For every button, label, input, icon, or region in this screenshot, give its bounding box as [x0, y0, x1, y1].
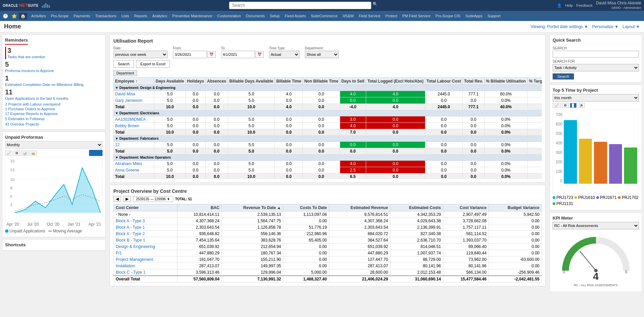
emp-link[interactable]: Anna Greene	[115, 168, 139, 173]
nav-setup[interactable]: Setup	[267, 13, 282, 19]
emp-link[interactable]: David Misa	[115, 92, 135, 96]
quick-search-button[interactable]: Search	[553, 73, 574, 80]
pager-next-button[interactable]: ▶	[123, 196, 131, 202]
legend-prj1723: PRJ1723	[553, 195, 573, 200]
emp-link[interactable]: Abraham Miles	[115, 161, 142, 166]
reminder-link-4[interactable]: Open Applications in the last 6 months	[5, 96, 68, 100]
nav-pm-field[interactable]: PM Field Service	[400, 13, 433, 19]
to-calendar-icon[interactable]: 📅	[256, 51, 264, 58]
feedback-link[interactable]: Feedback	[576, 3, 593, 7]
nav-proscope[interactable]: Pro-Scope	[48, 13, 71, 19]
department-select[interactable]: Show all	[305, 51, 339, 58]
chart-btn-line[interactable]: 📈	[5, 151, 13, 156]
table-row: Design & Engineering 651,039.92 212,654.…	[114, 244, 542, 250]
project-link[interactable]: Design & Engineering	[116, 244, 155, 249]
time-type-select[interactable]: Actual Allocated	[269, 51, 299, 58]
nav-support[interactable]: Support	[485, 13, 503, 19]
project-link[interactable]: Block A - Type 2	[116, 231, 145, 236]
emp-link[interactable]: Bobby Brown	[115, 123, 139, 128]
utilisation-portlet: Utilisation Report Date: previous one we…	[110, 35, 546, 183]
gauge-container: 0 8 4 RC - ALL RISK ASSESSMENTS	[553, 231, 639, 289]
period-select[interactable]: Monthly Weekly Quarterly	[5, 141, 103, 149]
reminder-link-6[interactable]: 1 Purchase Orders to Approve	[5, 107, 55, 111]
help-link[interactable]: Help	[565, 3, 573, 7]
export-excel-button[interactable]: Export to Excel	[136, 60, 170, 68]
quick-search-title: Quick Search	[553, 38, 639, 44]
chart-btn-bar[interactable]: 📊	[21, 151, 28, 156]
search-for-select[interactable]: Task / Activity	[553, 64, 639, 71]
emp-link[interactable]: AA1002MIDMEA	[115, 117, 146, 122]
nav-fixed-assets[interactable]: Fixed Assets	[282, 13, 308, 19]
nav-protect[interactable]: Protect	[383, 13, 400, 19]
chart-btn-pie[interactable]: 🥧	[29, 151, 37, 156]
bar-prj1702-fill	[594, 142, 607, 184]
department-toggle-button[interactable]: Department	[113, 70, 137, 76]
nav-preventive[interactable]: Preventive Maintenance	[170, 13, 215, 19]
project-link[interactable]: Block B - Type 1	[116, 238, 145, 243]
nav-activities[interactable]: Activities	[29, 13, 48, 19]
project-link[interactable]: Project Management	[116, 257, 153, 262]
project-link[interactable]: Block A - Type 3	[116, 219, 145, 223]
project-link[interactable]: Installation	[116, 264, 135, 268]
from-filter: From: 📅	[173, 46, 216, 58]
nav-lists[interactable]: Lists	[119, 13, 132, 19]
project-link[interactable]: Block C - Type 1	[116, 270, 146, 275]
nav-hsw[interactable]: HS&W	[340, 13, 356, 19]
reminder-link-2[interactable]: Proforma Invoices to Approve	[5, 69, 54, 73]
home-icon[interactable]: 🏠	[19, 13, 27, 19]
logo-area: ORACLE NETSUITE	[3, 3, 50, 8]
nav-reports[interactable]: Reports	[132, 13, 150, 19]
from-input[interactable]	[173, 51, 207, 58]
chart-bar-btn[interactable]: ▊	[570, 103, 577, 108]
nav-icons: 🕐 ⭐ 🏠	[1, 13, 27, 19]
reminder-item-5: 2 Projects with Labour overspend	[5, 102, 103, 106]
nav-payments[interactable]: Payments	[71, 13, 92, 19]
star-icon[interactable]: ⭐	[10, 13, 18, 19]
search-input[interactable]	[229, 2, 371, 9]
reminder-link-8[interactable]: 5 Estimates to Followup	[5, 117, 45, 121]
nav-documents[interactable]: Documents	[244, 13, 267, 19]
util-search-button[interactable]: Search	[113, 60, 134, 68]
search-icon[interactable]: 🔍	[373, 2, 378, 9]
reminder-link-3[interactable]: Estimated Completion Date on Milestone B…	[5, 83, 84, 87]
emp-link[interactable]: 12	[115, 142, 119, 147]
kpi-title: KPI Meter	[553, 216, 639, 221]
chart-pie-btn[interactable]: ◔	[578, 103, 585, 108]
nav-analytics[interactable]: Analytics	[150, 13, 170, 19]
reminder-link-9[interactable]: 43 Overdue Projects	[5, 122, 39, 126]
to-input[interactable]	[221, 51, 255, 58]
chart-filter-btn[interactable]: ⚙	[562, 103, 569, 108]
reminder-item-1: 3 Tasks that are overdue	[5, 47, 103, 59]
quick-search-input[interactable]	[553, 51, 639, 58]
chart-line-btn[interactable]: 📈	[553, 103, 561, 108]
pager-prev-button[interactable]: ◀	[113, 196, 121, 202]
nav-transactions[interactable]: Transactions	[93, 13, 119, 19]
reminder-link-1[interactable]: Tasks that are overdue	[7, 55, 45, 59]
date-select[interactable]: previous one week	[113, 51, 168, 58]
notifications-icon[interactable]: 👤	[557, 3, 562, 8]
nav-field-service[interactable]: Field Service	[356, 13, 383, 19]
quick-search-portlet: Quick Search SEARCH SEARCH FOR Task / Ac…	[550, 35, 642, 83]
total-row-machine: Total 10.0 0.0 0.0 10.0 0.0 0.0 6.5 0.0 …	[114, 174, 542, 179]
emp-link[interactable]: Gary Jamieson	[115, 98, 142, 103]
nav-suitecommerce[interactable]: SuiteCommerce	[309, 13, 340, 19]
project-link[interactable]: Block A - Type 1	[116, 225, 145, 230]
table-row: Anna Greene 5.0 0.0 0.0 5.0 0.0 0.0 2.5 …	[114, 167, 542, 174]
personalize-link[interactable]: Personalize ▼	[592, 24, 619, 29]
kpi-select[interactable]: RC - All Risk Assessments	[553, 222, 639, 229]
clock-icon[interactable]: 🕐	[1, 13, 9, 19]
chart-btn-filter[interactable]: ⚙	[14, 151, 20, 156]
nav-suiteapps[interactable]: SuiteApps	[463, 13, 485, 19]
nav-customization[interactable]: Customization	[215, 13, 243, 19]
layout-link[interactable]: Layout ▼	[623, 24, 640, 29]
reminder-link-7[interactable]: 17 Expense Reports to Approve	[5, 112, 58, 116]
top5-chart-area: 700 600 500 400 300 200 100 0	[553, 109, 639, 194]
project-link[interactable]: P/1	[116, 251, 122, 255]
chart-legend: PRJ1723 PRJ1610 PRJ1671 PRJ1702 PRJ1131	[553, 194, 639, 207]
reminder-link-5[interactable]: 2 Projects with Labour overspend	[5, 102, 60, 106]
from-calendar-icon[interactable]: 📅	[207, 51, 216, 58]
nav-proscope-cis[interactable]: Pro-Scope CIS	[433, 13, 463, 19]
pager-range[interactable]: 2539135 — 129996 ▼	[133, 196, 173, 202]
viewing-portlet-link[interactable]: Viewing: Portlet date settings ▼	[531, 24, 588, 29]
top5-period-select[interactable]: this month	[553, 94, 639, 101]
